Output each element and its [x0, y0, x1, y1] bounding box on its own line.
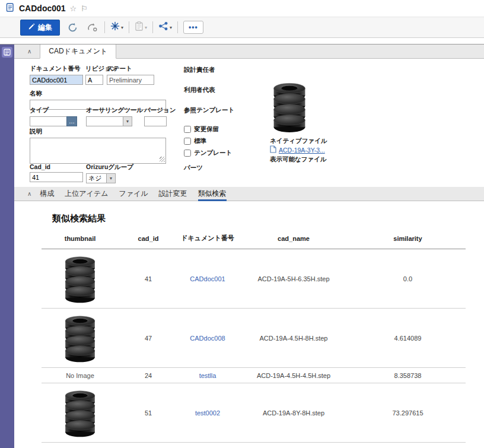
doc-section-header: ∧ CADドキュメント: [14, 45, 484, 59]
cell-doc-number-link[interactable]: CADdoc001: [190, 275, 225, 282]
col-cad-id: cad_id: [138, 235, 159, 242]
tab-similarity-search[interactable]: 類似検索: [198, 187, 227, 201]
collapse-chevron-icon[interactable]: ∧: [27, 191, 31, 197]
field-authoring-tool: オーサリングツール ▾: [86, 106, 143, 126]
tab-files[interactable]: ファイル: [119, 187, 148, 201]
design-owner-label: 設計責任者: [184, 66, 215, 74]
row-thumbnail-image: [62, 312, 98, 364]
cell-similarity: 4.614089: [394, 335, 422, 342]
table-row: No Image 24 testlla ACD-19A-4.5H-4.5H.st…: [42, 368, 466, 383]
col-similarity: similarity: [393, 235, 422, 242]
col-cad-name: cad_name: [278, 235, 310, 242]
field-orizuru-group: Orizuruグループ ▾: [86, 163, 133, 183]
cell-similarity: 0.0: [403, 275, 412, 282]
native-file-label: ネイティブファイル: [270, 137, 327, 145]
orizuru-group-dropdown-button[interactable]: ▾: [106, 173, 116, 183]
toolbar-divider: [129, 21, 129, 33]
version-label: バージョン: [144, 106, 176, 115]
authoring-tool-input[interactable]: [86, 116, 123, 126]
standard-label: 標準: [194, 137, 206, 145]
change-hold-checkbox[interactable]: [184, 126, 191, 133]
cell-cad-name: ACD-19A-8Y-8H.step: [263, 409, 324, 417]
user-rep-label: 利用者代表: [184, 86, 215, 94]
description-textarea[interactable]: [30, 138, 166, 164]
share-network-icon: [158, 21, 168, 33]
detail-tabs-header: ∧ 構成 上位アイテム ファイル 設計変更 類似検索: [14, 187, 484, 201]
chevron-down-icon: ▾: [121, 25, 123, 30]
results-table-header: thumbnail cad_id ドキュメント番号 cad_name simil…: [42, 234, 466, 249]
chevron-down-icon: ▾: [170, 25, 172, 30]
orizuru-group-input[interactable]: [86, 173, 106, 183]
cell-doc-number-link[interactable]: testlla: [199, 372, 216, 379]
field-version: バージョン: [144, 106, 176, 126]
pencil-icon: [28, 23, 35, 32]
ref-template-label: 参照テンプレート: [184, 106, 234, 115]
tab-parent-items[interactable]: 上位アイテム: [65, 187, 108, 201]
edit-button[interactable]: 編集: [20, 20, 60, 36]
chevron-down-icon: ▾: [145, 25, 147, 30]
col-thumbnail: thumbnail: [65, 235, 96, 242]
row-thumbnail-image: [62, 387, 98, 439]
tab-design-changes[interactable]: 設計変更: [159, 187, 187, 201]
checkbox-change-hold: 変更保留: [184, 125, 219, 134]
content-column: ∧ CADドキュメント ドキュメント番号 リビジョン ステート 名称 タ: [14, 45, 484, 448]
template-label: テンプレート: [194, 149, 232, 157]
table-row: [42, 443, 466, 448]
results-table: thumbnail cad_id ドキュメント番号 cad_name simil…: [42, 234, 466, 448]
table-row: 51 test0002 ACD-19A-8Y-8H.step 73.297615: [42, 383, 466, 443]
cell-doc-number-link[interactable]: CADdoc008: [190, 335, 225, 342]
toolbar-gap: [0, 38, 484, 44]
field-cad-id: Cad_id: [30, 163, 83, 182]
refresh-icon[interactable]: [65, 20, 79, 34]
flag-icon[interactable]: ⚐: [81, 5, 88, 12]
cell-cad-id: 47: [145, 335, 152, 342]
field-description: 説明: [30, 128, 166, 164]
tab-structure[interactable]: 構成: [40, 187, 54, 201]
template-checkbox[interactable]: [184, 150, 191, 157]
checkbox-template: テンプレート: [184, 149, 232, 157]
cad-id-input[interactable]: [30, 172, 83, 182]
related-objects-menu[interactable]: ▾: [158, 21, 172, 33]
type-input[interactable]: [30, 116, 66, 126]
results-heading: 類似検索結果: [52, 213, 484, 224]
authoring-tool-dropdown-button[interactable]: ▾: [123, 116, 132, 126]
document-type-icon: [6, 3, 15, 14]
type-browse-button[interactable]: …: [66, 116, 77, 126]
table-row: 47 CADdoc008 ACD-19A-4.5H-8H.step 4.6140…: [42, 309, 466, 368]
field-doc-number: ドキュメント番号: [30, 65, 83, 85]
cell-similarity: 73.297615: [393, 409, 424, 417]
standard-checkbox[interactable]: [184, 138, 191, 145]
favorite-star-icon[interactable]: ☆: [70, 5, 77, 12]
side-panel-toggle-button[interactable]: [2, 47, 12, 58]
doc-number-label: ドキュメント番号: [30, 65, 83, 73]
tab-cad-document[interactable]: CADドキュメント: [40, 45, 116, 59]
version-input[interactable]: [144, 116, 167, 126]
main-area: ∧ CADドキュメント ドキュメント番号 リビジョン ステート 名称 タ: [0, 44, 484, 448]
edit-button-label: 編集: [38, 23, 52, 33]
paste-icon: [135, 21, 144, 33]
revision-input[interactable]: [85, 75, 103, 85]
toolbar-divider: [152, 21, 153, 33]
checkbox-standard: 標準: [184, 137, 206, 145]
left-rail: [0, 45, 14, 448]
page-title: CADdoc001: [19, 4, 66, 13]
revise-icon[interactable]: [85, 20, 99, 34]
viewable-file-label: 表示可能なファイル: [270, 155, 327, 164]
paste-menu[interactable]: ▾: [135, 21, 147, 33]
similarity-results-panel: 類似検索結果 thumbnail cad_id ドキュメント番号 cad_nam…: [14, 201, 484, 448]
toolbar-divider: [177, 21, 178, 33]
collapse-chevron-icon[interactable]: ∧: [27, 49, 31, 55]
state-input[interactable]: [107, 75, 154, 85]
more-actions-button[interactable]: •••: [183, 21, 203, 34]
col-doc-number: ドキュメント番号: [181, 234, 234, 243]
doc-number-input[interactable]: [30, 75, 83, 85]
state-label: ステート: [107, 65, 154, 73]
new-action-menu[interactable]: ▾: [110, 21, 123, 33]
cell-cad-id: 41: [145, 275, 152, 282]
type-label: タイプ: [30, 106, 77, 115]
cell-doc-number-link[interactable]: test0002: [195, 409, 220, 417]
cell-cad-id: 24: [145, 372, 152, 379]
native-file-link[interactable]: ACD-19A-3Y-3...: [279, 147, 325, 154]
native-file-row: ACD-19A-3Y-3...: [270, 145, 325, 154]
cell-cad-id: 51: [145, 409, 152, 417]
